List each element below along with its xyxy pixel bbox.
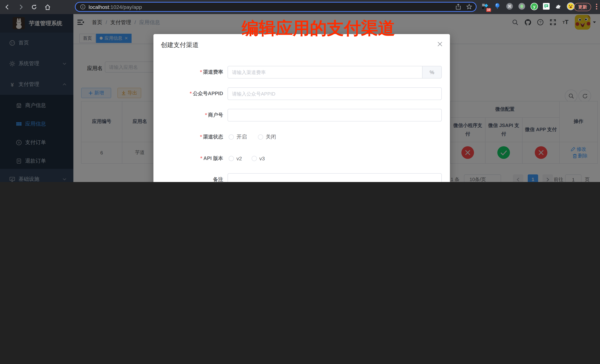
radio-status-open[interactable]: 开启	[229, 134, 247, 140]
appid-label: 公众号APPID	[193, 91, 223, 96]
remark-label: 备注	[213, 177, 223, 182]
radio-circle-icon	[252, 156, 257, 161]
required-mark: *	[200, 155, 202, 161]
rate-input-group: %	[227, 66, 442, 79]
api-label: API 版本	[203, 155, 223, 161]
browser-back-icon[interactable]	[3, 3, 12, 11]
url-path: :1024/pay/app	[109, 4, 142, 10]
radio-api-v2[interactable]: v2	[229, 155, 242, 161]
radio-circle-icon	[258, 134, 263, 140]
svg-text:y: y	[533, 4, 535, 9]
mch-input[interactable]	[227, 109, 442, 121]
url-bar[interactable]: localhost:1024/pay/app	[75, 2, 477, 12]
extension-command-icon[interactable]: ⌘	[505, 2, 514, 11]
browser-toolbar: localhost:1024/pay/app 10 ⌘	[0, 0, 600, 14]
mch-label: 商户号	[208, 112, 223, 118]
bookmark-star-icon[interactable]	[466, 3, 472, 11]
browser-menu-icon[interactable]: •••	[596, 3, 597, 10]
radio-api-v3[interactable]: v3	[252, 155, 265, 161]
screenshot-stage: localhost:1024/pay/app 10 ⌘	[0, 0, 600, 182]
rate-label: 渠道费率	[203, 69, 223, 75]
form-row-status: *渠道状态 开启 关闭	[153, 131, 450, 143]
annotation-text: 编辑应用的支付渠道	[242, 17, 395, 40]
dialog-title: 创建支付渠道	[161, 41, 199, 49]
radio-status-closed[interactable]: 关闭	[258, 134, 276, 140]
form-row-rate: *渠道费率 %	[153, 66, 450, 79]
percent-suffix: %	[422, 66, 441, 78]
form-row-appid: *公众号APPID	[153, 87, 450, 100]
form-row-mch: *商户号	[153, 109, 450, 121]
site-info-icon[interactable]	[80, 4, 86, 10]
status-label: 渠道状态	[203, 134, 223, 140]
required-mark: *	[200, 69, 202, 75]
profile-avatar-icon[interactable]	[566, 2, 575, 11]
radio-circle-icon	[229, 134, 234, 140]
extension-recorder-icon[interactable]	[517, 2, 526, 11]
browser-forward-icon[interactable]	[16, 3, 25, 11]
radio-circle-icon	[229, 156, 234, 161]
appid-input[interactable]	[227, 87, 442, 100]
browser-reload-icon[interactable]	[30, 3, 38, 11]
extension-y-icon[interactable]: y	[530, 2, 538, 11]
share-icon[interactable]	[455, 3, 461, 11]
extension-devtools-icon[interactable]: 10	[481, 2, 489, 11]
remark-input[interactable]	[227, 173, 442, 182]
browser-home-icon[interactable]	[43, 3, 52, 11]
create-pay-channel-dialog: 创建支付渠道 *渠道费率 % *公众号APPID *商户号 *渠道状态 开启 关…	[153, 34, 450, 182]
required-mark: *	[205, 112, 207, 118]
dialog-close-icon[interactable]	[437, 41, 442, 48]
svg-text:⌘: ⌘	[507, 4, 512, 9]
required-mark: *	[190, 91, 192, 96]
rate-input[interactable]	[228, 66, 422, 78]
extension-balloon-icon[interactable]	[493, 2, 502, 11]
form-row-remark: 备注	[153, 173, 450, 182]
url-text[interactable]: localhost:1024/pay/app	[89, 4, 142, 10]
extensions-puzzle-icon[interactable]	[554, 2, 563, 11]
form-row-api: *API 版本 v2 v3	[153, 152, 450, 164]
url-host: localhost	[89, 4, 109, 10]
browser-update-button[interactable]: 更新	[574, 3, 591, 11]
required-mark: *	[200, 134, 202, 140]
extension-chat-icon[interactable]	[542, 2, 551, 11]
extension-badge: 10	[486, 8, 491, 12]
